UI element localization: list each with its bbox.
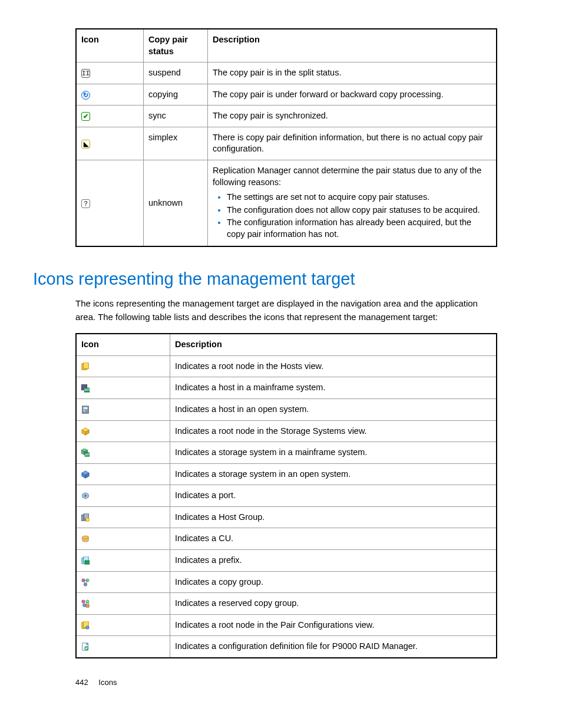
desc-cell: Indicates a host in an open system. bbox=[170, 399, 497, 421]
management-target-table: Icon Description Indicates a root node i… bbox=[75, 333, 497, 658]
table-row: Indicates a root node in the Storage Sys… bbox=[76, 420, 497, 442]
desc-cell: Indicates a host in a mainframe system. bbox=[170, 377, 497, 399]
pair-config-root-icon bbox=[81, 621, 90, 630]
table-row: Indicates a configuration definition fil… bbox=[76, 636, 497, 658]
svg-point-41 bbox=[86, 626, 89, 629]
table-row: II suspend The copy pair is in the split… bbox=[76, 62, 497, 84]
table-row: ↻ copying The copy pair is under forward… bbox=[76, 84, 497, 106]
status-cell: suspend bbox=[144, 62, 208, 84]
bullet-item: The configuration does not allow copy pa… bbox=[227, 205, 490, 216]
hosts-root-icon bbox=[81, 363, 90, 371]
col-desc: Description bbox=[170, 334, 497, 355]
table-row: ◣ simplex There is copy pair definition … bbox=[76, 127, 497, 160]
prefix-icon bbox=[81, 556, 90, 565]
status-cell: simplex bbox=[144, 127, 208, 160]
table-row: Indicates a prefix. bbox=[76, 549, 497, 571]
svg-rect-7 bbox=[84, 410, 85, 411]
storage-root-icon bbox=[81, 427, 90, 436]
intro-paragraph: The icons representing the management ta… bbox=[75, 297, 497, 324]
col-desc: Description bbox=[208, 29, 497, 62]
table-row: Indicates a CU. bbox=[76, 528, 497, 550]
footer-label: Icons bbox=[98, 678, 117, 687]
page-number: 442 bbox=[75, 678, 88, 687]
desc-cell: Indicates a reserved copy group. bbox=[170, 593, 497, 615]
col-icon: Icon bbox=[76, 334, 170, 355]
table-header-row: Icon Description bbox=[76, 334, 497, 355]
desc-cell: There is copy pair definition informatio… bbox=[208, 127, 497, 160]
storage-mainframe-icon: M/F bbox=[81, 449, 90, 457]
table-row: Indicates a Host Group. bbox=[76, 506, 497, 528]
svg-rect-6 bbox=[84, 407, 88, 410]
section-title: Icons representing the management target bbox=[33, 269, 497, 289]
desc-cell: The copy pair is synchronized. bbox=[208, 106, 497, 127]
svg-rect-38 bbox=[86, 605, 89, 607]
desc-cell: Indicates a root node in the Storage Sys… bbox=[170, 420, 497, 442]
desc-cell: Indicates a storage system in a mainfram… bbox=[170, 442, 497, 464]
desc-cell: Indicates a Host Group. bbox=[170, 506, 497, 528]
desc-bullets: The settings are set not to acquire copy… bbox=[213, 192, 490, 240]
config-def-file-icon bbox=[81, 643, 90, 651]
table-row: Indicates a storage system in an open sy… bbox=[76, 463, 497, 485]
table-row: M/F Indicates a host in a mainframe syst… bbox=[76, 377, 497, 399]
status-cell: copying bbox=[144, 84, 208, 106]
desc-cell: The copy pair is in the split status. bbox=[208, 62, 497, 84]
copying-icon: ↻ bbox=[81, 91, 90, 100]
table-row: Indicates a host in an open system. bbox=[76, 399, 497, 421]
suspend-icon: II bbox=[81, 69, 90, 78]
desc-cell: The copy pair is under forward or backwa… bbox=[208, 84, 497, 106]
table-row: ? unknown Replication Manager cannot det… bbox=[76, 160, 497, 246]
svg-point-20 bbox=[84, 495, 87, 497]
table-header-row: Icon Copy pair status Description bbox=[76, 29, 497, 62]
svg-rect-28 bbox=[85, 561, 90, 564]
col-icon: Icon bbox=[76, 29, 144, 62]
bullet-item: The settings are set not to acquire copy… bbox=[227, 192, 490, 203]
svg-point-35 bbox=[82, 600, 85, 603]
svg-text:M/F: M/F bbox=[84, 388, 90, 391]
simplex-icon: ◣ bbox=[81, 140, 90, 149]
table-row: Indicates a port. bbox=[76, 485, 497, 507]
desc-cell: Indicates a CU. bbox=[170, 528, 497, 550]
table-row: Indicates a copy group. bbox=[76, 571, 497, 593]
host-group-icon bbox=[81, 513, 90, 522]
copy-group-icon bbox=[81, 578, 90, 587]
desc-cell: Indicates a root node in the Pair Config… bbox=[170, 614, 497, 636]
cu-icon bbox=[81, 535, 90, 543]
desc-cell: Indicates a storage system in an open sy… bbox=[170, 463, 497, 485]
reserved-copy-group-icon bbox=[81, 599, 90, 608]
table-row: ✔ sync The copy pair is synchronized. bbox=[76, 106, 497, 127]
desc-cell: Indicates a copy group. bbox=[170, 571, 497, 593]
storage-open-icon bbox=[81, 470, 90, 479]
table-row: Indicates a reserved copy group. bbox=[76, 593, 497, 615]
table-row: Indicates a root node in the Pair Config… bbox=[76, 614, 497, 636]
col-status: Copy pair status bbox=[144, 29, 208, 62]
svg-rect-1 bbox=[84, 363, 89, 369]
table-row: Indicates a root node in the Hosts view. bbox=[76, 355, 497, 377]
desc-intro: Replication Manager cannot determine the… bbox=[213, 166, 481, 187]
svg-text:M/F: M/F bbox=[85, 453, 90, 456]
desc-cell: Replication Manager cannot determine the… bbox=[208, 160, 497, 246]
unknown-icon: ? bbox=[81, 199, 90, 208]
host-mainframe-icon: M/F bbox=[81, 384, 90, 393]
svg-point-23 bbox=[85, 518, 89, 521]
desc-cell: Indicates a port. bbox=[170, 485, 497, 507]
status-cell: unknown bbox=[144, 160, 208, 246]
sync-icon: ✔ bbox=[81, 112, 90, 121]
desc-cell: Indicates a root node in the Hosts view. bbox=[170, 355, 497, 377]
page-footer: 442 Icons bbox=[75, 678, 500, 687]
svg-point-37 bbox=[83, 604, 86, 607]
desc-cell: Indicates a prefix. bbox=[170, 549, 497, 571]
port-icon bbox=[81, 492, 90, 500]
table-row: M/F Indicates a storage system in a main… bbox=[76, 442, 497, 464]
copy-pair-status-table: Icon Copy pair status Description II sus… bbox=[75, 28, 497, 247]
desc-cell: Indicates a configuration definition fil… bbox=[170, 636, 497, 658]
host-open-icon bbox=[81, 406, 90, 414]
status-cell: sync bbox=[144, 106, 208, 127]
bullet-item: The configuration information has alread… bbox=[227, 217, 490, 240]
